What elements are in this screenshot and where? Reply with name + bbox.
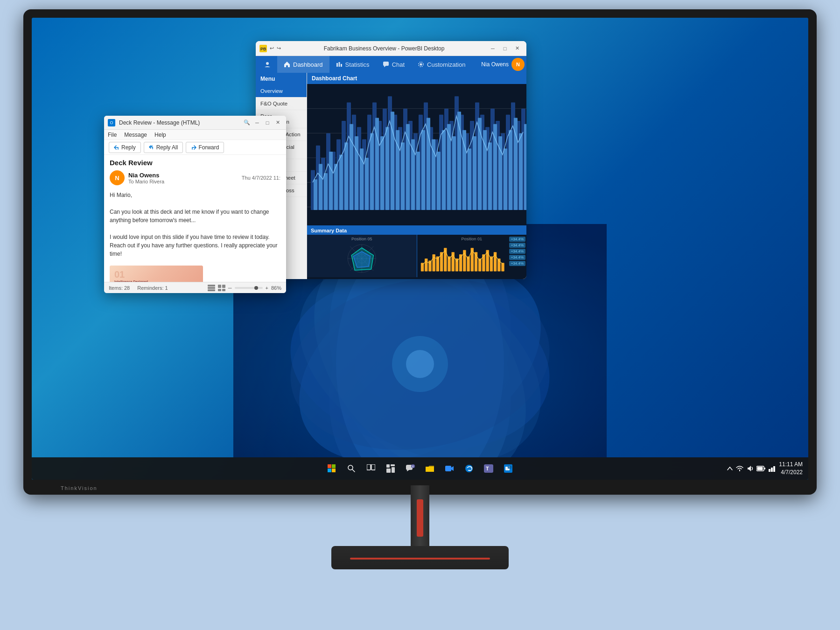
- pbi-user-area[interactable]: Nia Owens N: [481, 58, 525, 71]
- sender-avatar: N: [110, 170, 125, 185]
- taskbar-teams-icon[interactable]: T: [480, 460, 497, 477]
- reply-button-label: Reply: [121, 144, 136, 151]
- chat-bubble-icon: T: [406, 464, 415, 473]
- powerbi-icon: PB: [259, 45, 267, 52]
- email-menu-file[interactable]: File: [108, 132, 117, 138]
- pbi-chart-area: [307, 84, 526, 225]
- zoom-slider[interactable]: [235, 287, 263, 289]
- email-minimize-button[interactable]: ─: [252, 118, 262, 127]
- svg-rect-81: [385, 127, 389, 210]
- taskbar-time-display: 11:11 AM: [779, 461, 803, 469]
- zoom-slider-thumb: [254, 286, 258, 290]
- email-menu-message[interactable]: Message: [124, 132, 147, 138]
- zoom-plus[interactable]: +: [266, 285, 268, 291]
- nav-statistics-label: Statistics: [345, 61, 370, 68]
- svg-rect-85: [406, 124, 410, 210]
- taskbar-widgets-icon[interactable]: [382, 460, 399, 477]
- taskbar-explorer-icon[interactable]: [421, 460, 438, 477]
- svg-rect-80: [380, 136, 384, 210]
- svg-rect-68: [319, 164, 322, 210]
- svg-rect-98: [473, 136, 476, 210]
- reply-all-button[interactable]: Reply All: [144, 142, 183, 153]
- pbi-nav-customization[interactable]: Customization: [411, 56, 472, 73]
- taskbar-center: T: [323, 460, 517, 477]
- email-subject: Deck Review: [104, 155, 286, 168]
- email-body-line4: Reach out if you have any further questi…: [110, 241, 280, 258]
- sidebar-item-overview[interactable]: Overview: [256, 85, 307, 98]
- taskbar-windows-icon[interactable]: [323, 460, 340, 477]
- taskbar-right: 11:11 AM 4/7/2022: [727, 461, 803, 476]
- taskbar-edge-icon[interactable]: [461, 460, 477, 477]
- email-search-button[interactable]: 🔍: [242, 118, 252, 127]
- svg-point-13: [266, 62, 269, 65]
- svg-rect-155: [332, 469, 336, 472]
- view-icon-2[interactable]: [218, 285, 225, 291]
- pbi-window-controls: ─ □ ✕: [487, 43, 523, 54]
- taskbar-outlook-icon[interactable]: O: [500, 460, 517, 477]
- pbi-window-title: Fabrikam Business Overview - PowerBI Des…: [281, 45, 487, 52]
- reply-button[interactable]: Reply: [109, 142, 141, 153]
- pbi-close-button[interactable]: ✕: [511, 43, 523, 54]
- sidebar-item-fo-quote[interactable]: F&O Quote: [256, 98, 307, 110]
- svg-rect-75: [355, 136, 358, 210]
- pbi-nav-dashboard[interactable]: Dashboard: [277, 56, 329, 73]
- email-date: Thu 4/7/2022 11:: [242, 175, 280, 181]
- svg-rect-16: [341, 64, 342, 67]
- taskbar-zoom-icon[interactable]: [441, 460, 458, 477]
- chevron-up-tray-icon[interactable]: [727, 465, 733, 472]
- svg-rect-162: [386, 469, 391, 473]
- svg-rect-71: [334, 164, 338, 210]
- svg-rect-149: [222, 285, 225, 288]
- nav-dashboard-label: Dashboard: [293, 61, 323, 68]
- reply-all-icon: [149, 145, 154, 150]
- taskbar-date-display: 4/7/2022: [779, 469, 803, 476]
- svg-rect-119: [425, 259, 427, 271]
- email-body-line3: I would love input on this slide if you …: [110, 233, 280, 241]
- taskbar-tray: [727, 465, 775, 472]
- svg-rect-146: [208, 287, 215, 289]
- email-menubar: File Message Help: [104, 130, 286, 140]
- forward-button[interactable]: Forward: [186, 142, 224, 153]
- svg-rect-163: [392, 467, 395, 473]
- email-maximize-button[interactable]: □: [263, 118, 272, 127]
- summary-section: Summary Data Position 05: [307, 225, 526, 279]
- svg-rect-177: [764, 468, 765, 469]
- svg-rect-70: [329, 152, 333, 210]
- forward-icon: [191, 145, 196, 150]
- svg-rect-150: [218, 289, 221, 291]
- svg-text:T: T: [412, 465, 414, 468]
- svg-rect-120: [428, 261, 431, 272]
- view-icon-1[interactable]: [208, 285, 215, 291]
- screen: PB ↩ ↪ Fabrikam Business Overview - Powe…: [32, 18, 808, 480]
- svg-rect-131: [470, 248, 473, 271]
- pbi-nav-profile[interactable]: [258, 56, 277, 73]
- pbi-maximize-button[interactable]: □: [499, 43, 511, 54]
- svg-rect-145: [208, 285, 215, 287]
- pbi-undo-icon[interactable]: ↩: [270, 45, 274, 51]
- svg-rect-69: [324, 173, 328, 210]
- pbi-nav-statistics[interactable]: Statistics: [329, 56, 376, 73]
- zoom-minus[interactable]: ─: [228, 285, 232, 291]
- taskbar-taskview-icon[interactable]: [363, 460, 379, 477]
- pbi-nav-chat[interactable]: Chat: [376, 56, 411, 73]
- taskbar-clock[interactable]: 11:11 AM 4/7/2022: [779, 461, 803, 476]
- sender-info: Nia Owens To Mario Rivera: [128, 172, 238, 184]
- pbi-minimize-button[interactable]: ─: [487, 43, 498, 54]
- folder-icon: [425, 464, 434, 473]
- svg-rect-108: [524, 124, 526, 210]
- percentage-badges: +34.4% +34.4% +34.4% +34.4% +34.4%: [509, 237, 525, 266]
- svg-rect-104: [504, 148, 507, 210]
- pbi-redo-icon[interactable]: ↪: [277, 45, 281, 51]
- email-menu-help[interactable]: Help: [154, 132, 166, 138]
- svg-rect-87: [416, 152, 420, 210]
- svg-text:PB: PB: [260, 47, 266, 51]
- taskbar: T: [32, 457, 808, 480]
- summary-section-header: Summary Data: [307, 226, 526, 235]
- svg-rect-151: [222, 289, 225, 291]
- taskbar-search-icon[interactable]: [343, 460, 360, 477]
- taskbar-chat-icon[interactable]: T: [402, 460, 419, 477]
- profile-icon: [264, 61, 271, 68]
- svg-rect-67: [314, 179, 317, 210]
- email-close-button[interactable]: ✕: [273, 118, 282, 127]
- svg-rect-134: [482, 254, 485, 272]
